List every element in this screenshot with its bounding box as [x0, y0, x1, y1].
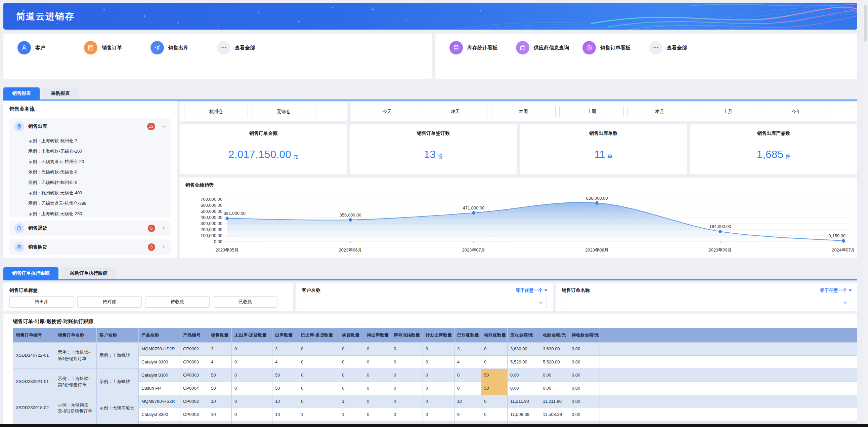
chart-y-label: 700,000.00 — [200, 197, 222, 202]
tab-sales-order-tracking[interactable]: 销售订单执行跟踪 — [3, 267, 58, 279]
table-cell: 0 — [232, 395, 272, 408]
chevron-right-icon[interactable] — [161, 226, 166, 231]
customer-operator-link[interactable]: 等于任意一个 — [516, 287, 548, 293]
product-name-cell: Catalyst 8300 — [139, 421, 180, 425]
table-row[interactable]: Dusun Pi4CP000450050000000500.000.000.00 — [13, 382, 858, 395]
table-cell: 0 — [298, 343, 339, 356]
shortcut-view-all-right[interactable]: 查看全部 — [649, 41, 715, 54]
kpi-value: 2,017,150.00元 — [180, 149, 347, 161]
order-name-select[interactable] — [562, 297, 851, 308]
date-range-button-1[interactable]: 今天 — [355, 106, 419, 117]
shortcut-view-all-left[interactable]: 查看全部 — [217, 41, 283, 54]
flow-record-item[interactable]: 示例：上海帆软-无锡仓-280 — [28, 208, 166, 219]
table-cell: 0.00 — [507, 382, 540, 395]
table-row[interactable]: XSDD240722-01示例：上海帆软-第4份销售订单示例：上海帆软MQM87… — [13, 343, 858, 356]
table-row[interactable]: Catalyst 8300CP000340400000405,520.005,5… — [13, 356, 858, 369]
table-cell — [600, 369, 858, 382]
shortcut-customer[interactable]: 客户 — [18, 41, 84, 54]
chart-point[interactable] — [719, 230, 722, 233]
order-tag-button-2[interactable]: 待对账 — [77, 296, 142, 308]
chart-point[interactable] — [472, 211, 475, 215]
shortcut-inventory-dashboard[interactable]: 库存统计看板 — [450, 41, 516, 54]
table-row[interactable]: XSDD230827-10示例：上海帆软-第1份销售订单示例：上海帆软Catal… — [13, 421, 858, 425]
date-range-button-4[interactable]: 上周 — [559, 106, 624, 117]
report-tabbar: 销售报表 采购报表 — [3, 87, 79, 99]
warehouse-filter-button-2[interactable]: 无锡仓 — [252, 106, 315, 117]
date-range-button-2[interactable]: 昨天 — [423, 106, 488, 117]
chart-point[interactable] — [226, 217, 229, 220]
tab-purchase-report[interactable]: 采购报表 — [42, 87, 79, 99]
document-icon — [14, 121, 24, 132]
order-tracking-table: 销售订单编号销售订单名称客户名称产品名称产品编号销售数量未出库-退货数量出库数量… — [13, 328, 857, 424]
chart-point[interactable] — [842, 239, 845, 243]
count-badge: 6 — [148, 225, 155, 232]
chevron-down-icon[interactable] — [161, 124, 166, 129]
table-cell: 0 — [423, 382, 455, 395]
flow-record-item[interactable]: 示例：无锡帆软-无锡仓-0 — [28, 167, 166, 177]
table-title: 销售订单-出库-退换货-对账执行跟踪 — [13, 318, 93, 325]
table-cell: 11,211.90 — [507, 395, 540, 408]
kpi-card-outbound-products: 销售出库产品数 1,685件 — [690, 124, 857, 174]
date-range-button-6[interactable]: 上月 — [696, 106, 760, 117]
table-cell: 0 — [232, 356, 272, 369]
flow-record-item[interactable]: 示例：上海帆软-杭州仓-7 — [28, 136, 166, 146]
table-row[interactable]: XSDD230921-01示例：上海帆软-第3份销售订单示例：上海帆软Catal… — [13, 369, 858, 382]
tab-purchase-order-tracking[interactable]: 采购订单执行跟踪 — [61, 267, 116, 279]
table-row[interactable]: Catalyst 8300CP000310010110009011,508.39… — [13, 408, 858, 421]
table-cell: 0 — [232, 369, 272, 382]
order-tag-button-3[interactable]: 待收款 — [145, 296, 210, 308]
chevron-right-icon[interactable] — [161, 245, 166, 250]
order-tag-button-4[interactable]: 已收款 — [213, 296, 277, 308]
flow-group-header-exchange[interactable]: 销售换货 3 — [9, 239, 170, 255]
order-no-cell: XSDD230921-01 — [13, 369, 55, 395]
chart-y-label: 200,000.00 — [200, 227, 222, 232]
chart-point[interactable] — [596, 201, 598, 205]
table-cell: 0 — [364, 395, 391, 408]
table-cell: 11,508.39 — [540, 408, 569, 421]
date-range-button-7[interactable]: 今年 — [764, 106, 828, 117]
date-range-button-3[interactable]: 本周 — [491, 106, 556, 117]
table-cell: 0 — [232, 382, 272, 395]
shortcuts-panel-left: 客户 销售订单 销售出库 查看全部 — [3, 34, 432, 79]
shortcut-sales-order-dashboard[interactable]: 销售订单看板 — [583, 41, 649, 54]
vertical-scrollbar[interactable] — [863, 0, 868, 424]
chart-value-label: 9,150.00 — [828, 233, 845, 238]
clipboard-icon — [14, 242, 24, 252]
table-row[interactable]: XSDD230918-02示例：无锡简道云-第3份销售订单示例：无锡简道云MQM… — [13, 395, 858, 408]
product-code-cell: CP0003 — [180, 356, 208, 369]
warehouse-filter-button-1[interactable]: 杭州仓 — [184, 106, 248, 117]
table-cell: 0 — [364, 369, 391, 382]
flow-group-header-return[interactable]: 销售退货 6 — [9, 221, 170, 236]
scrollbar-thumb[interactable] — [864, 5, 867, 42]
shortcut-supplier-query[interactable]: 供应商信息查询 — [516, 41, 583, 54]
flow-record-item[interactable]: 示例：杭州帆软-无锡仓-400 — [28, 188, 166, 198]
table-cell: 0 — [232, 343, 272, 356]
table-cell: 0 — [339, 369, 364, 382]
chevron-down-icon — [843, 300, 847, 306]
order-operator-link[interactable]: 等于任意一个 — [820, 287, 852, 293]
shortcut-sales-outbound[interactable]: 销售出库 — [151, 41, 217, 54]
flow-record-item[interactable]: 示例：无锡简道云-杭州仓-388 — [28, 198, 166, 208]
order-tag-button-1[interactable]: 待出库 — [9, 296, 74, 308]
flow-group-header-outbound[interactable]: 销售出库 13 — [9, 118, 170, 135]
order-no-cell: XSDD240722-01 — [13, 343, 55, 369]
shortcut-sales-order[interactable]: 销售订单 — [84, 41, 151, 54]
flow-record-item[interactable]: 示例：无锡简道云-杭州仓-20 — [28, 156, 166, 167]
product-name-cell: MQM8790-HS2R — [139, 395, 180, 408]
table-scroll-area[interactable]: 销售订单编号销售订单名称客户名称产品名称产品编号销售数量未出库-退货数量出库数量… — [13, 328, 857, 424]
tab-sales-report[interactable]: 销售报表 — [3, 87, 40, 99]
chart-area — [227, 202, 843, 241]
chart-point[interactable] — [349, 218, 352, 222]
sales-trend-chart: 0.00100,000.00200,000.00300,000.00400,00… — [180, 190, 857, 258]
customer-name-select[interactable] — [302, 297, 547, 308]
table-cell: 0.00 — [569, 395, 600, 408]
table-cell: 0.00 — [540, 369, 569, 382]
date-range-button-5[interactable]: 本月 — [627, 106, 692, 117]
chart-value-label: 381,000.00 — [224, 211, 246, 216]
product-code-cell: CP0002 — [180, 343, 208, 356]
flow-record-item[interactable]: 示例：上海帆软-无锡仓-100 — [28, 146, 166, 156]
kpi-title: 销售订单金额 — [180, 131, 347, 137]
kpi-value: 13份 — [350, 149, 517, 161]
flow-record-item[interactable]: 示例：无锡帆软-杭州仓-0 — [28, 177, 166, 188]
ellipsis-icon — [217, 41, 230, 54]
